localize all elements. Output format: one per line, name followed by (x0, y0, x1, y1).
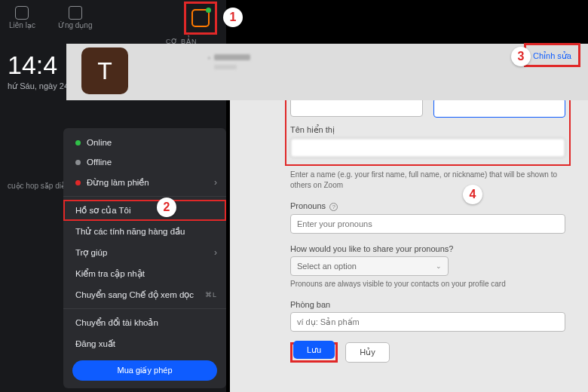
menu-divider (63, 308, 226, 309)
menu-status-dnd[interactable]: Đừng làm phiền › (63, 172, 226, 193)
shortcut-text: ⌘L (205, 291, 217, 299)
dnd-dot-icon (75, 180, 81, 185)
share-pronouns-select[interactable]: Select an option ⌄ (290, 256, 449, 276)
profile-header-bar: T (66, 44, 588, 100)
profile-icon-highlight (184, 2, 217, 35)
menu-help-label: Trợ giúp (75, 247, 107, 258)
department-label: Phòng ban (290, 300, 565, 309)
display-name-input[interactable] (290, 138, 565, 158)
menu-dnd-label: Đừng làm phiền (87, 177, 149, 188)
menu-profile-label: Hồ sơ của Tôi (75, 205, 131, 216)
profile-name-line2 (214, 65, 237, 69)
select-value: Select an option (297, 262, 357, 271)
offline-dot-icon (75, 160, 81, 165)
save-button[interactable]: Lưu (293, 341, 335, 359)
annotation-1: 1 (223, 8, 243, 27)
annotation-3: 3 (511, 47, 531, 66)
form-buttons: Lưu Hủy (290, 342, 565, 363)
chevron-right-icon: › (214, 247, 217, 258)
save-button-highlight: Lưu (290, 342, 338, 363)
share-pronouns-help: Pronouns are always visible to your cont… (290, 279, 565, 289)
menu-switch-account[interactable]: Chuyển đổi tài khoản (63, 312, 226, 333)
apps-icon (69, 6, 82, 20)
profile-context-menu: Online Offline Đừng làm phiền › Hồ sơ củ… (63, 128, 226, 388)
menu-status-offline[interactable]: Offline (63, 152, 226, 172)
department-input[interactable] (290, 312, 565, 332)
tab-contacts[interactable]: Liên lạc (9, 6, 35, 29)
profile-name-line1 (214, 54, 250, 60)
annotation-4: 4 (463, 185, 482, 204)
zoom-profile-icon[interactable] (191, 9, 210, 27)
display-name-label: Tên hiển thị (290, 125, 565, 135)
menu-update-label: Kiểm tra cập nhật (75, 268, 145, 279)
pronouns-label: Pronouns ? (290, 201, 565, 211)
menu-portrait-mode[interactable]: Chuyển sang Chế độ xem dọc ⌘L (63, 284, 226, 305)
menu-portrait-label: Chuyển sang Chế độ xem dọc (75, 289, 194, 300)
menu-help[interactable]: Trợ giúp › (63, 242, 226, 263)
help-icon[interactable]: ? (329, 203, 338, 211)
edit-button[interactable]: Chỉnh sửa (528, 50, 576, 62)
cancel-button[interactable]: Hủy (345, 342, 389, 363)
edit-button-highlight: Chỉnh sửa (524, 43, 580, 67)
online-dot-icon (75, 140, 81, 145)
display-name-help: Enter a name (e.g. your first name, full… (290, 170, 565, 191)
contacts-icon (15, 6, 29, 20)
menu-divider (63, 196, 226, 197)
chevron-right-icon: › (214, 177, 217, 188)
last-name-input[interactable] (433, 98, 566, 118)
pronouns-input[interactable] (290, 214, 565, 234)
tab-apps[interactable]: Ứng dụng (58, 6, 93, 29)
menu-status-online[interactable]: Online (63, 133, 226, 152)
share-pronouns-label: How would you like to share your pronoun… (290, 244, 565, 253)
tab-apps-label: Ứng dụng (58, 21, 93, 29)
buy-license-button[interactable]: Mua giấy phép (72, 360, 217, 381)
menu-switch-label: Chuyển đổi tài khoản (75, 317, 158, 328)
menu-offline-label: Offline (87, 158, 112, 167)
menu-check-update[interactable]: Kiểm tra cập nhật (63, 263, 226, 284)
menu-online-label: Online (87, 138, 112, 147)
menu-my-profile[interactable]: Hồ sơ của Tôi (63, 200, 226, 221)
chevron-down-icon: ⌄ (436, 262, 442, 270)
avatar[interactable]: T (81, 47, 128, 94)
tab-contacts-label: Liên lạc (9, 21, 35, 29)
menu-signout-label: Đăng xuất (75, 338, 115, 349)
menu-try-label: Thử các tính năng hàng đầu (75, 226, 185, 237)
menu-try-features[interactable]: Thử các tính năng hàng đầu (63, 221, 226, 242)
annotation-2: 2 (157, 198, 176, 217)
menu-sign-out[interactable]: Đăng xuất (63, 333, 226, 354)
